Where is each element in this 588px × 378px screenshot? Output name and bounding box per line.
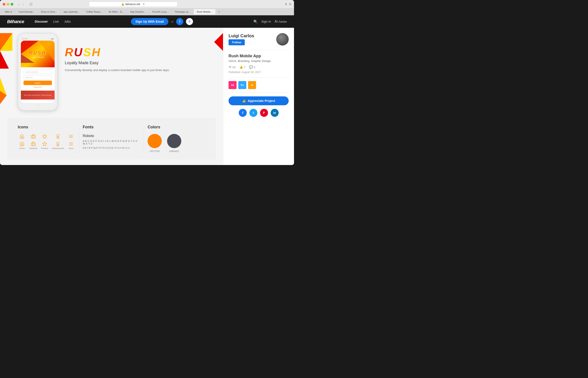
svg-rect-15	[31, 143, 35, 146]
address-bar[interactable]: 🔒 behance.net ↻	[89, 1, 178, 7]
tab-card[interactable]: Card Animati...	[15, 9, 38, 14]
phone-home-indicator: —	[21, 104, 55, 106]
new-tab-button[interactable]: +	[216, 8, 222, 15]
icon-achievements-label: Achievements	[51, 147, 64, 149]
share-pinterest-button[interactable]: P	[260, 109, 268, 117]
new-tab-window-button[interactable]: ⧉	[289, 2, 291, 6]
signin-link[interactable]: Sign In	[261, 20, 271, 23]
phone-screen: RUSH Loyalty Made Easy (+60) 9123456789	[21, 41, 55, 103]
lock-icon: 🔒	[121, 3, 125, 6]
project-description: RUSH Loyalty Made Easy Conveniently deve…	[65, 33, 216, 73]
views-icon: 👁	[229, 65, 232, 69]
icon-achievements-outlined: Achievements	[51, 141, 64, 149]
icon-home-label: Home	[19, 147, 25, 149]
minimize-button[interactable]	[7, 3, 9, 6]
nav-live[interactable]: Live	[53, 20, 59, 23]
icons-grid: Home Rewards Promos	[18, 134, 76, 149]
share-linkedin-button[interactable]: in	[271, 109, 279, 117]
nav-jobs[interactable]: Jobs	[64, 20, 71, 23]
published-date: Published: August 18, 2017	[229, 71, 289, 74]
color-circle-dark	[167, 134, 181, 148]
appreciate-label: Appreciate Project	[248, 99, 275, 103]
comments-count: 2	[254, 66, 256, 69]
tab-rush[interactable]: Rush Mobile...	[194, 9, 216, 14]
back-button[interactable]: ‹	[17, 2, 21, 6]
color-orange: #FF7F00	[148, 134, 162, 153]
icon-rewards	[29, 134, 38, 139]
tab-flashapp[interactable]: Flashapp on...	[172, 9, 194, 14]
signup-button[interactable]: Sign Up With Email	[131, 18, 168, 25]
tool-xd-badge: Xd	[229, 81, 237, 89]
nav-right: 🔍 Sign In Ai Adobe	[253, 20, 287, 24]
icon-more	[67, 134, 76, 139]
project-area: 9:41 AM ▮▮▮	[0, 28, 223, 165]
icon-achievements	[51, 134, 64, 139]
tab-nike[interactable]: Nike S	[2, 9, 15, 14]
facebook-login-icon[interactable]: f	[176, 18, 183, 25]
svg-point-11	[57, 134, 59, 137]
forward-button[interactable]: ›	[22, 2, 25, 6]
icon-home	[18, 134, 26, 139]
nav-discover[interactable]: Discover	[35, 20, 48, 23]
adobe-logo: Ai Adobe	[274, 20, 287, 24]
phone-time: 9:41 AM	[22, 38, 27, 40]
icon-more-label: More	[69, 147, 74, 149]
project-sidebar: Luigi Carlos Follow Rush Mobile App UI/U…	[223, 28, 294, 165]
share-window-button[interactable]: ⬆	[285, 2, 287, 6]
svg-point-17	[57, 142, 59, 144]
tab-punchh[interactable]: Punchh Loya...	[149, 9, 172, 14]
appreciate-button[interactable]: 👍 Appreciate Project	[229, 96, 289, 105]
stat-views: 👁 62	[229, 65, 236, 69]
stat-comments: 💬 2	[249, 65, 256, 69]
icon-promos	[40, 134, 49, 139]
appreciate-thumb-icon: 👍	[242, 99, 246, 103]
maximize-button[interactable]	[11, 3, 13, 6]
google-login-icon[interactable]: G	[186, 18, 193, 25]
icon-promos-label: Promos	[41, 147, 48, 149]
phone-login-button[interactable]: Log in	[24, 81, 52, 85]
close-button[interactable]	[3, 3, 5, 6]
likes-icon: 👍	[239, 65, 243, 69]
share-twitter-button[interactable]: t	[249, 109, 257, 117]
project-info: Rush Mobile App UI/UX, Branding, Graphic…	[229, 54, 289, 74]
avatar-image	[276, 33, 289, 45]
share-facebook-button[interactable]: f	[239, 109, 247, 117]
icon-promos-outlined: Promos	[40, 141, 49, 149]
colors-title: Colors	[148, 125, 205, 130]
color-circle-orange	[148, 134, 162, 148]
tool-ps-badge: Ps	[238, 81, 246, 89]
phone-signal: ▮▮▮	[51, 38, 54, 40]
main-layout: 9:41 AM ▮▮▮	[0, 28, 294, 165]
icon-rewards-outlined: Rewards	[29, 141, 38, 149]
phone-tagline: Loyalty Made Easy	[29, 56, 46, 58]
search-icon[interactable]: 🔍	[253, 20, 258, 24]
author-avatar[interactable]	[276, 33, 289, 45]
svg-marker-2	[0, 51, 9, 69]
browser-window: ‹ › ⊡ 🔒 behance.net ↻ ⬆ ⧉ Nike S Card An…	[0, 0, 294, 165]
tab-app-explore[interactable]: app explorati...	[60, 9, 83, 14]
follow-button[interactable]: Follow	[229, 39, 245, 45]
right-decoration	[214, 33, 223, 69]
window-actions: ⬆ ⧉	[285, 2, 291, 6]
traffic-lights	[3, 3, 13, 6]
nav-center: Sign Up With Email or f G	[78, 18, 246, 25]
project-title: Rush Mobile App	[229, 54, 289, 58]
nav-links: Discover Live Jobs	[35, 20, 71, 23]
tab-drop[interactable]: Drop on Busi...	[38, 9, 61, 14]
phone-forgot-link[interactable]: Forgot PIN?	[24, 86, 52, 88]
likes-count: 7	[244, 66, 245, 69]
svg-marker-16	[43, 142, 47, 146]
url-text: behance.net	[125, 3, 140, 6]
svg-rect-9	[31, 135, 35, 138]
nav-buttons: ‹ ›	[17, 2, 25, 6]
tab-airmiles[interactable]: Air Miles - D...	[105, 9, 127, 14]
tab-coffee[interactable]: Coffee Rewa...	[83, 9, 105, 14]
phone-bottom-text: Don't have an Account? Create Account	[24, 94, 51, 96]
refresh-icon[interactable]: ↻	[143, 3, 145, 6]
tool-ai-badge: Ai	[248, 81, 256, 89]
icons-section: Icons	[14, 125, 79, 153]
font-uppercase: A B C D E F G H I J K L M N O P Q R S T …	[83, 140, 141, 145]
tab-appdash[interactable]: App Dashbo...	[127, 9, 149, 14]
icon-rewards-label: Rewards	[29, 147, 37, 149]
tab-view-button[interactable]: ⊡	[28, 1, 34, 7]
